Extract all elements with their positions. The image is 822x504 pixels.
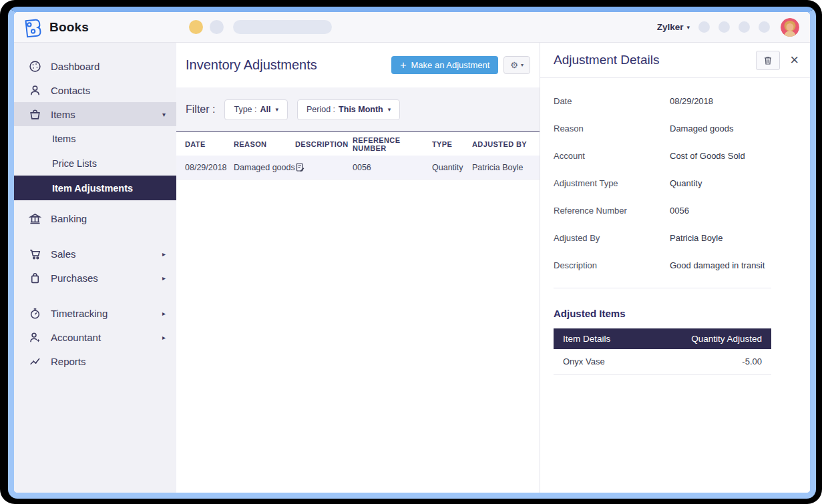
panel-header: Adjustment Details × <box>540 43 810 78</box>
bag-icon <box>29 272 41 284</box>
sidebar-item-label: Sales <box>51 248 76 260</box>
sidebar-item-label: Dashboard <box>51 61 99 72</box>
column-header: TYPE <box>432 140 472 148</box>
detail-field: Reference Number 0056 <box>554 206 797 216</box>
make-adjustment-label: Make an Adjustment <box>411 60 490 70</box>
sidebar-item-label: Purchases <box>51 272 98 284</box>
column-header: DESCRIPTION <box>295 140 353 148</box>
column-header: Item Details <box>563 334 610 344</box>
topbar-icon-placeholder[interactable] <box>739 21 750 33</box>
item-quantity: -5.00 <box>742 356 762 366</box>
sidebar-subitem-price-lists[interactable]: Price Lists <box>14 151 176 176</box>
close-panel-button[interactable]: × <box>790 53 799 67</box>
topbar-decorations <box>189 20 332 34</box>
sidebar-item-label: Items <box>52 134 75 144</box>
table-row[interactable]: 08/29/2018 Damaged goods 0056 <box>176 156 540 180</box>
sidebar-item-purchases[interactable]: Purchases ▸ <box>14 266 176 290</box>
org-name: Zylker <box>657 22 684 32</box>
filter-name: Period : <box>306 105 335 114</box>
field-label: Description <box>554 260 670 270</box>
chevron-down-icon: ▾ <box>275 106 278 113</box>
detail-field: Adjusted By Patricia Boyle <box>554 233 797 243</box>
make-adjustment-button[interactable]: + Make an Adjustment <box>391 56 498 74</box>
sidebar: Dashboard Contacts <box>14 43 176 493</box>
sidebar-item-label: Timetracking <box>51 308 108 319</box>
trash-icon <box>763 55 773 65</box>
topbar-icon-placeholder[interactable] <box>718 21 730 33</box>
header-actions: + Make an Adjustment ⚙ ▾ <box>391 56 530 74</box>
sidebar-item-label: Banking <box>51 213 87 224</box>
adjustment-details-panel: Adjustment Details × <box>540 43 810 493</box>
adjusted-items-table: Item Details Quantity Adjusted Onyx Vase… <box>554 328 771 374</box>
books-logo-icon <box>22 17 43 38</box>
field-value: Patricia Boyle <box>670 233 723 243</box>
chevron-down-icon: ▾ <box>686 24 690 31</box>
field-value: 0056 <box>670 206 689 216</box>
detail-field: Account Cost of Goods Sold <box>554 151 797 161</box>
brand-title: Books <box>49 20 89 35</box>
table-header: DATE REASON DESCRIPTION REFERENCE NUMBER… <box>176 132 540 156</box>
cell-reason: Damaged goods <box>234 163 295 172</box>
period-filter-dropdown[interactable]: Period : This Month ▾ <box>297 99 400 120</box>
plus-icon: + <box>400 60 406 71</box>
main-content: Inventory Adjustments + Make an Adjustme… <box>176 43 540 493</box>
type-filter-dropdown[interactable]: Type : All ▾ <box>224 99 288 120</box>
field-label: Reason <box>554 123 670 134</box>
field-value: Cost of Goods Sold <box>670 151 745 161</box>
cell-adjusted-by: Patricia Boyle <box>472 163 540 172</box>
column-header: Quantity Adjusted <box>691 334 762 344</box>
sidebar-item-label: Accountant <box>51 332 101 343</box>
contacts-icon <box>29 84 41 97</box>
stopwatch-icon <box>29 307 41 320</box>
detail-field: Date 08/29/2018 <box>554 96 797 106</box>
chevron-right-icon: ▸ <box>162 250 166 258</box>
field-value: 08/29/2018 <box>670 96 713 106</box>
sidebar-item-dashboard[interactable]: Dashboard <box>14 54 176 78</box>
cart-icon <box>29 248 41 260</box>
gear-icon: ⚙ <box>510 61 518 69</box>
sidebar-subitem-items[interactable]: Items <box>14 126 176 151</box>
page-title: Inventory Adjustments <box>186 57 317 73</box>
column-header: ADJUSTED BY <box>472 140 540 148</box>
sidebar-subitem-item-adjustments[interactable]: Item Adjustments <box>14 176 176 200</box>
sidebar-item-timetracking[interactable]: Timetracking ▸ <box>14 301 176 325</box>
user-avatar[interactable] <box>781 18 799 37</box>
sidebar-item-contacts[interactable]: Contacts <box>14 78 176 102</box>
chevron-right-icon: ▸ <box>162 334 166 341</box>
sidebar-item-banking[interactable]: Banking <box>14 206 176 230</box>
column-header: REASON <box>234 140 295 148</box>
chevron-down-icon: ▾ <box>521 62 524 68</box>
adjusted-item-row: Onyx Vase -5.00 <box>554 349 771 374</box>
topbar-right: Zylker ▾ <box>657 18 799 37</box>
panel-body: Date 08/29/2018 Reason Damaged goods Acc… <box>540 78 810 374</box>
settings-dropdown-button[interactable]: ⚙ ▾ <box>503 56 530 74</box>
sidebar-item-label: Contacts <box>51 85 90 96</box>
detail-field: Description Good damaged in transit <box>554 260 797 270</box>
chevron-right-icon: ▸ <box>162 274 166 282</box>
field-label: Date <box>554 96 670 106</box>
search-bar-placeholder <box>233 20 332 34</box>
adjusted-items-title: Adjusted Items <box>554 308 797 319</box>
field-value: Quantity <box>670 178 702 188</box>
detail-field: Reason Damaged goods <box>554 123 797 134</box>
sidebar-item-label: Reports <box>51 356 86 367</box>
reports-chart-icon <box>29 355 41 368</box>
field-label: Adjusted By <box>554 233 670 243</box>
adjustments-table: DATE REASON DESCRIPTION REFERENCE NUMBER… <box>176 132 540 180</box>
description-note-icon[interactable] <box>295 162 353 172</box>
sidebar-item-label: Price Lists <box>52 158 97 169</box>
delete-button[interactable] <box>756 51 780 70</box>
sidebar-item-items[interactable]: Items ▾ <box>14 102 176 126</box>
sidebar-item-reports[interactable]: Reports <box>14 349 176 373</box>
filter-value: This Month <box>339 105 383 114</box>
section-divider <box>554 288 771 288</box>
sidebar-item-sales[interactable]: Sales ▸ <box>14 242 176 266</box>
app-window: Books Zylker ▾ <box>8 7 816 499</box>
field-label: Adjustment Type <box>554 178 670 188</box>
filter-bar: Filter : Type : All ▾ Period : This Mont… <box>176 87 540 132</box>
basket-icon <box>29 108 41 121</box>
topbar-icon-placeholder[interactable] <box>698 21 710 33</box>
org-switcher[interactable]: Zylker ▾ <box>657 22 690 32</box>
topbar-icon-placeholder[interactable] <box>759 21 770 33</box>
sidebar-item-accountant[interactable]: Accountant ▸ <box>14 325 176 349</box>
